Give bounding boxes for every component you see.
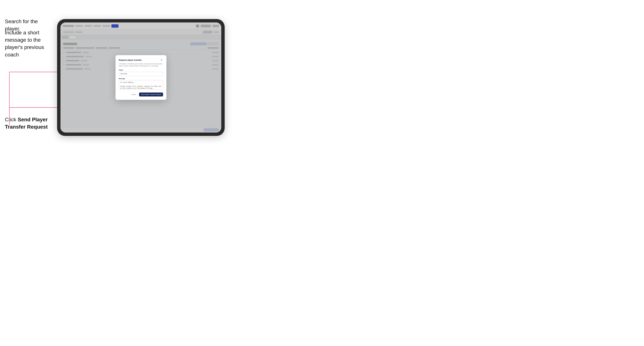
modal-header: Request player transfer ✕	[119, 58, 163, 61]
cancel-button[interactable]: Cancel	[130, 93, 138, 96]
modal-description: If the player is transferring from anoth…	[119, 63, 163, 67]
modal-overlay: Request player transfer ✕ If the player …	[60, 22, 221, 133]
message-textarea[interactable]: Hi Coach McHarg, Please accept this tran…	[119, 80, 163, 90]
send-transfer-request-button[interactable]: Send Player Transfer Request	[139, 93, 163, 96]
tablet-device: Request player transfer ✕ If the player …	[57, 19, 225, 136]
message-field-label: Message	[119, 78, 163, 79]
message-annotation-label: Include a short message to the player's …	[5, 30, 44, 58]
modal-title: Request player transfer	[119, 59, 142, 61]
tablet-screen: Request player transfer ✕ If the player …	[60, 22, 221, 133]
modal-footer: Cancel Send Player Transfer Request	[119, 93, 163, 96]
annotation-message-text: Include a short message to the player's …	[5, 29, 54, 58]
player-field-label: Player	[119, 69, 163, 71]
annotation-click-text: Click Send Player Transfer Request	[5, 116, 57, 131]
player-search-input[interactable]	[119, 72, 163, 76]
modal-dialog: Request player transfer ✕ If the player …	[116, 55, 166, 100]
click-prefix: Click	[5, 117, 18, 122]
close-icon[interactable]: ✕	[160, 58, 163, 61]
